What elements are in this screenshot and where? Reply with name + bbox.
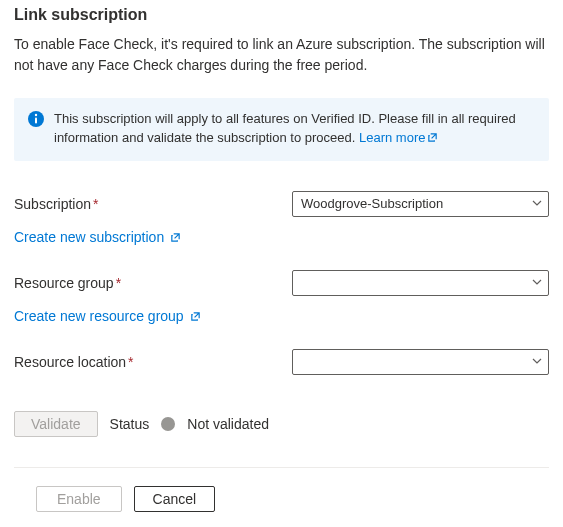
footer-buttons: Enable Cancel bbox=[14, 486, 549, 512]
svg-point-2 bbox=[35, 114, 37, 116]
resource-location-label: Resource location* bbox=[14, 354, 292, 370]
enable-button[interactable]: Enable bbox=[36, 486, 122, 512]
resource-group-select[interactable] bbox=[292, 270, 549, 296]
subscription-label-text: Subscription bbox=[14, 196, 91, 212]
create-resource-group-label: Create new resource group bbox=[14, 308, 184, 324]
resource-location-label-text: Resource location bbox=[14, 354, 126, 370]
svg-rect-1 bbox=[35, 118, 37, 124]
required-asterisk: * bbox=[116, 275, 121, 291]
intro-text: To enable Face Check, it's required to l… bbox=[14, 34, 549, 76]
create-subscription-label: Create new subscription bbox=[14, 229, 164, 245]
learn-more-label: Learn more bbox=[359, 130, 425, 145]
create-resource-group-link[interactable]: Create new resource group bbox=[14, 308, 201, 324]
cancel-button[interactable]: Cancel bbox=[134, 486, 216, 512]
resource-location-row: Resource location* bbox=[14, 349, 549, 375]
status-dot-icon bbox=[161, 417, 175, 431]
divider bbox=[14, 467, 549, 468]
external-link-icon bbox=[170, 230, 181, 246]
info-text: This subscription will apply to all feat… bbox=[54, 110, 535, 149]
page-title: Link subscription bbox=[14, 6, 549, 24]
learn-more-link[interactable]: Learn more bbox=[359, 130, 438, 145]
info-icon bbox=[28, 111, 44, 149]
resource-location-select[interactable] bbox=[292, 349, 549, 375]
subscription-label: Subscription* bbox=[14, 196, 292, 212]
validate-row: Validate Status Not validated bbox=[14, 411, 549, 437]
subscription-select[interactable]: Woodgrove-Subscription bbox=[292, 191, 549, 217]
external-link-icon bbox=[427, 130, 438, 149]
status-label: Status bbox=[110, 416, 150, 432]
resource-group-label-text: Resource group bbox=[14, 275, 114, 291]
external-link-icon bbox=[190, 309, 201, 325]
validate-button[interactable]: Validate bbox=[14, 411, 98, 437]
status-text: Not validated bbox=[187, 416, 269, 432]
subscription-value: Woodgrove-Subscription bbox=[301, 196, 443, 211]
resource-group-label: Resource group* bbox=[14, 275, 292, 291]
info-callout: This subscription will apply to all feat… bbox=[14, 98, 549, 161]
required-asterisk: * bbox=[128, 354, 133, 370]
resource-group-row: Resource group* bbox=[14, 270, 549, 296]
create-subscription-link[interactable]: Create new subscription bbox=[14, 229, 181, 245]
info-message: This subscription will apply to all feat… bbox=[54, 111, 516, 145]
required-asterisk: * bbox=[93, 196, 98, 212]
subscription-row: Subscription* Woodgrove-Subscription bbox=[14, 191, 549, 217]
